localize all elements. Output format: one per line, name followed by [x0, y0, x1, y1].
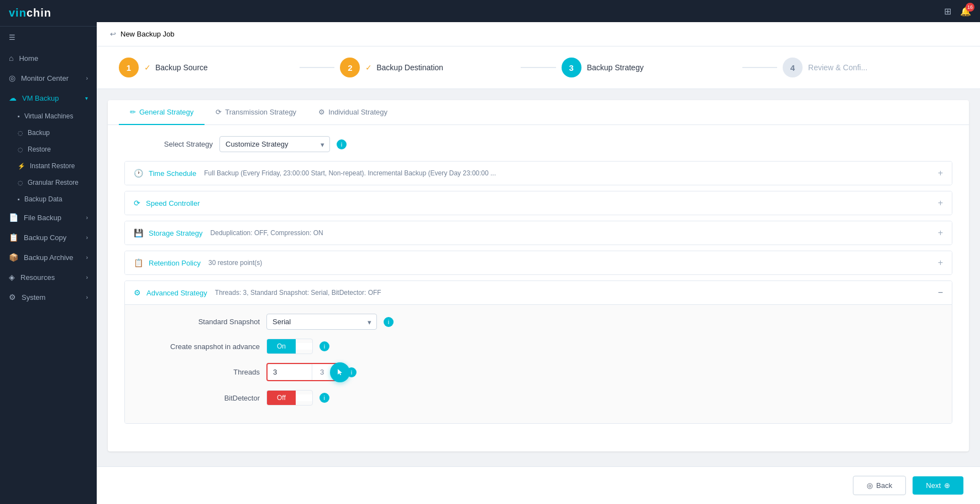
sidebar-item-label: Home — [19, 54, 38, 63]
resources-icon: ◈ — [9, 273, 15, 282]
sidebar-item-label: Monitor Center — [21, 74, 69, 82]
sidebar-item-label: Instant Restore — [30, 162, 75, 170]
logo: vinchin — [0, 0, 97, 27]
create-snapshot-info-icon[interactable]: i — [319, 341, 329, 351]
notification-badge: 16 — [966, 3, 974, 12]
sidebar-item-monitor[interactable]: ◎ Monitor Center › — [0, 68, 97, 88]
bitdetector-toggle[interactable]: Off — [266, 390, 313, 406]
standard-snapshot-dropdown[interactable]: Serial Parallel — [266, 314, 377, 330]
bitdetector-info-icon[interactable]: i — [319, 393, 329, 403]
advanced-strategy-header[interactable]: ⚙ Advanced Strategy Threads: 3, Standard… — [125, 281, 952, 304]
back-button[interactable]: ◎ Back — [853, 476, 906, 495]
toggle-off-part[interactable] — [296, 343, 312, 350]
retention-policy-header[interactable]: 📋 Retention Policy 30 restore point(s) + — [125, 251, 952, 274]
step-label-4: Review & Confi... — [808, 63, 867, 72]
tab-general-strategy[interactable]: ✏ General Strategy — [119, 100, 205, 125]
tab-transmission-strategy[interactable]: ⟳ Transmission Strategy — [205, 100, 307, 125]
sidebar-item-label: Resources — [20, 273, 55, 282]
sidebar-item-virtual-machines[interactable]: ▪ Virtual Machines — [0, 108, 97, 124]
toggle-off-button[interactable]: Off — [267, 391, 296, 405]
backup-archive-icon: 📦 — [9, 253, 18, 262]
step-divider-2 — [521, 67, 555, 68]
sidebar-item-file-backup[interactable]: 📄 File Backup › — [0, 207, 97, 227]
speed-controller-toggle[interactable]: + — [938, 198, 943, 208]
backup-copy-icon: 📋 — [9, 233, 18, 242]
select-strategy-row: Select Strategy Customize Strategy Defau… — [124, 136, 952, 152]
speed-controller-title: Speed Controller — [146, 199, 200, 207]
sidebar-item-backup-data[interactable]: ▪ Backup Data — [0, 191, 97, 207]
chevron-right-icon: › — [86, 294, 88, 300]
wizard-step-destination: 2 ✓ Backup Destination — [340, 58, 515, 77]
sidebar-item-backup-copy[interactable]: 📋 Backup Copy › — [0, 227, 97, 247]
step-circle-3: 3 — [562, 58, 581, 77]
sidebar-item-label: Granular Restore — [28, 179, 78, 186]
virtual-machines-icon: ▪ — [18, 113, 20, 119]
toggle-on-part[interactable] — [296, 394, 312, 401]
time-schedule-section: 🕐 Time Schedule Full Backup (Every Frida… — [124, 161, 952, 185]
back-icon: ◎ — [867, 481, 873, 490]
threads-input[interactable] — [268, 365, 312, 380]
select-strategy-info-icon[interactable]: i — [337, 139, 347, 149]
sidebar-item-system[interactable]: ⚙ System › — [0, 287, 97, 307]
time-schedule-header[interactable]: 🕐 Time Schedule Full Backup (Every Frida… — [125, 162, 952, 185]
step-check-2: ✓ — [365, 63, 372, 72]
breadcrumb-icon: ↩ — [110, 30, 116, 38]
select-strategy-wrapper[interactable]: Customize Strategy Default Strategy — [219, 136, 330, 152]
wizard-steps: 1 ✓ Backup Source 2 ✓ Backup Destination — [97, 46, 980, 89]
sidebar-item-restore[interactable]: ◌ Restore — [0, 141, 97, 158]
standard-snapshot-label: Standard Snapshot — [138, 318, 260, 326]
tab-individual-strategy[interactable]: ⚙ Individual Strategy — [307, 100, 399, 125]
standard-snapshot-info-icon[interactable]: i — [384, 317, 394, 327]
toggle-on-button[interactable]: On — [267, 339, 296, 354]
sidebar-item-vm-backup[interactable]: ☁ VM Backup ▾ — [0, 88, 97, 108]
sidebar-item-instant-restore[interactable]: ⚡ Instant Restore — [0, 158, 97, 174]
system-icon: ⚙ — [9, 293, 16, 302]
retention-policy-toggle[interactable]: + — [938, 258, 943, 268]
sidebar-item-resources[interactable]: ◈ Resources › — [0, 267, 97, 287]
time-schedule-toggle[interactable]: + — [938, 168, 943, 178]
file-backup-icon: 📄 — [9, 213, 18, 222]
create-snapshot-label: Create snapshot in advance — [138, 342, 260, 351]
sidebar-item-label: Backup Data — [24, 195, 62, 203]
notification-button[interactable]: 🔔 16 — [960, 6, 971, 17]
speed-icon: ⟳ — [134, 199, 140, 207]
granular-restore-icon: ◌ — [18, 179, 23, 186]
grid-icon[interactable]: ⊞ — [944, 6, 951, 17]
individual-icon: ⚙ — [318, 108, 325, 116]
step-divider-3 — [742, 67, 777, 68]
transmission-icon: ⟳ — [216, 108, 222, 116]
sidebar-item-label: Virtual Machines — [24, 112, 74, 120]
create-snapshot-toggle[interactable]: On — [266, 339, 313, 354]
breadcrumb: ↩ New Backup Job — [97, 22, 980, 46]
advanced-strategy-toggle[interactable]: − — [938, 288, 943, 298]
speed-controller-header[interactable]: ⟳ Speed Controller + — [125, 191, 952, 215]
time-schedule-title: Time Schedule — [149, 169, 196, 178]
next-button[interactable]: Next ⊕ — [913, 476, 963, 495]
bitdetector-row: BitDetector Off i — [138, 390, 939, 406]
standard-snapshot-row: Standard Snapshot Serial Parallel i — [138, 314, 939, 330]
storage-strategy-header[interactable]: 💾 Storage Strategy Deduplication: OFF, C… — [125, 221, 952, 245]
storage-strategy-toggle[interactable]: + — [938, 228, 943, 238]
sidebar-item-granular-restore[interactable]: ◌ Granular Restore — [0, 174, 97, 191]
restore-icon: ◌ — [18, 146, 23, 153]
instant-restore-icon: ⚡ — [18, 163, 25, 170]
threads-label: Threads — [138, 368, 260, 376]
general-strategy-icon: ✏ — [130, 108, 136, 116]
sidebar-item-home[interactable]: ⌂ Home — [0, 48, 97, 68]
sidebar-item-backup-archive[interactable]: 📦 Backup Archive › — [0, 247, 97, 267]
standard-snapshot-wrapper[interactable]: Serial Parallel — [266, 314, 377, 330]
select-strategy-dropdown[interactable]: Customize Strategy Default Strategy — [219, 136, 330, 152]
retention-policy-title: Retention Policy — [149, 259, 201, 267]
bitdetector-label: BitDetector — [138, 394, 260, 402]
chevron-right-icon: › — [86, 274, 88, 280]
page-body: ↩ New Backup Job 1 ✓ Backup Source 2 — [97, 22, 980, 466]
form-body: Select Strategy Customize Strategy Defau… — [108, 125, 969, 440]
sidebar-item-label: Restore — [28, 146, 51, 153]
sidebar-toggle-icon[interactable]: ☰ — [0, 27, 97, 48]
strategy-card: ✏ General Strategy ⟳ Transmission Strate… — [108, 100, 969, 451]
sidebar-item-backup[interactable]: ◌ Backup — [0, 124, 97, 141]
retention-policy-desc: 30 restore point(s) — [208, 259, 262, 267]
logo-chin: chin — [27, 7, 51, 19]
monitor-icon: ◎ — [9, 74, 15, 82]
footer: ◎ Back Next ⊕ — [97, 466, 980, 504]
